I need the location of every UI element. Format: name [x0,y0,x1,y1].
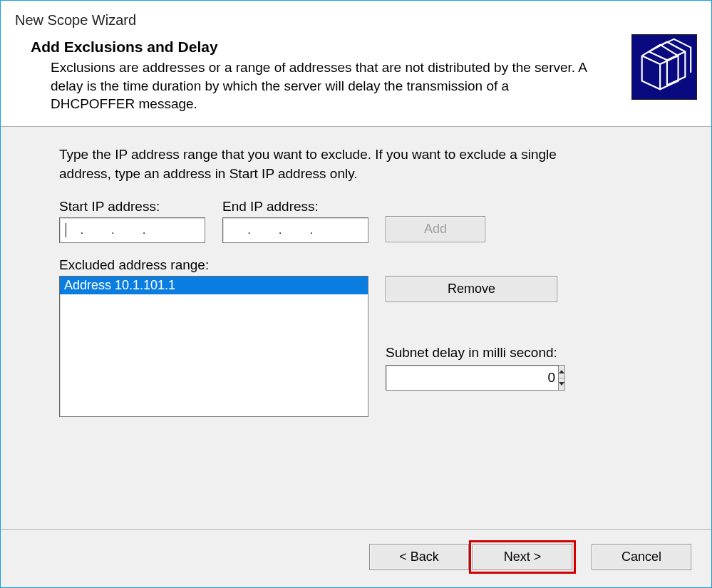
excluded-listbox[interactable]: Address 10.1.101.1 [59,276,368,417]
next-button-highlight: Next > [469,540,576,574]
excluded-row: Address 10.1.101.1 Remove Subnet delay i… [59,276,683,417]
next-button[interactable]: Next > [473,544,572,570]
excluded-range-label: Excluded address range: [59,257,683,273]
page-description: Exclusions are addresses or a range of a… [31,58,594,113]
header-text-block: Add Exclusions and Delay Exclusions are … [15,34,631,113]
cancel-button[interactable]: Cancel [592,544,691,570]
ip-input-row: Start IP address: . . . End IP address: … [59,199,683,243]
wizard-books-icon [631,34,697,100]
end-ip-group: End IP address: . . . [222,199,368,243]
back-button[interactable]: < Back [369,544,469,570]
wizard-header: Add Exclusions and Delay Exclusions are … [1,34,711,127]
add-button[interactable]: Add [386,216,485,242]
svg-marker-1 [559,370,564,373]
chevron-down-icon [559,382,564,386]
spinner-up-button[interactable] [559,366,564,378]
subnet-delay-label: Subnet delay in milli second: [386,345,557,361]
start-ip-group: Start IP address: . . . [59,199,205,243]
wizard-body: Type the IP address range that you want … [1,127,711,529]
wizard-footer: < Back Next > Cancel [1,529,711,587]
subnet-delay-spinner [386,365,483,391]
page-title: Add Exclusions and Delay [31,38,631,56]
instruction-text: Type the IP address range that you want … [59,145,601,183]
wizard-window: New Scope Wizard Add Exclusions and Dela… [0,0,712,588]
start-ip-label: Start IP address: [59,199,205,215]
end-ip-label: End IP address: [222,199,368,215]
right-column: Remove Subnet delay in milli second: [386,276,557,391]
start-ip-input[interactable]: . . . [59,217,205,243]
svg-marker-2 [559,382,564,386]
remove-button[interactable]: Remove [386,276,557,302]
window-title: New Scope Wizard [1,1,711,34]
spinner-down-button[interactable] [559,378,564,391]
subnet-delay-input[interactable] [386,365,559,391]
list-item[interactable]: Address 10.1.101.1 [60,277,368,294]
subnet-delay-block: Subnet delay in milli second: [386,345,557,391]
end-ip-input[interactable]: . . . [222,217,368,243]
chevron-up-icon [559,370,564,373]
